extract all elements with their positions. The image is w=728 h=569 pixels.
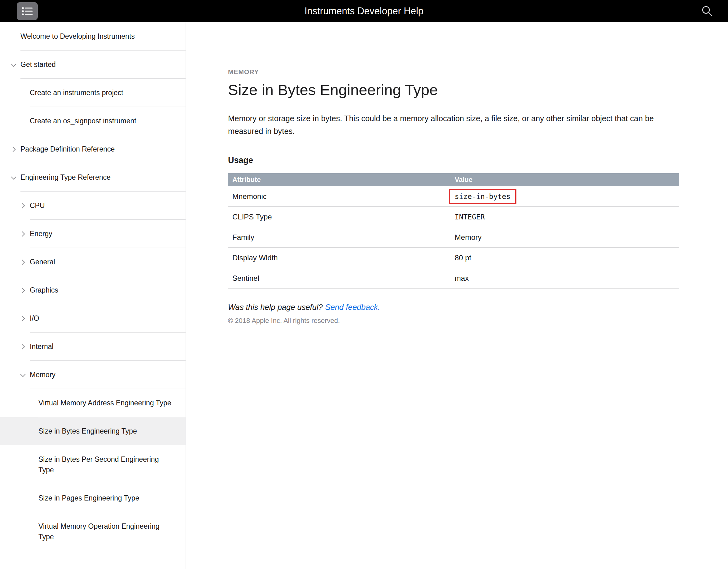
chevron-right-icon[interactable] (11, 147, 15, 151)
usage-table-header: Attribute Value (228, 173, 679, 186)
chevron-right-icon[interactable] (20, 231, 25, 236)
value-text: 80 pt (455, 253, 471, 262)
chevron-right-icon[interactable] (20, 288, 25, 292)
value-cell: size-in-bytes (450, 187, 679, 206)
chevron-right-icon[interactable] (20, 344, 25, 349)
app-title: Instruments Developer Help (0, 0, 728, 22)
usage-table-body: Mnemonicsize-in-bytesCLIPS TypeINTEGERFa… (228, 186, 679, 289)
value-text: max (455, 274, 469, 282)
value-cell: INTEGER (450, 212, 679, 221)
sidebar-item-label: CPU (30, 201, 45, 209)
sidebar-item[interactable]: General (0, 248, 186, 276)
sidebar-item-label: Get started (20, 60, 56, 68)
table-row: Display Width80 pt (228, 247, 679, 268)
sidebar-item-label: Package Definition Reference (20, 145, 115, 153)
sidebar-item[interactable]: Energy (0, 220, 186, 248)
sidebar-item[interactable]: Virtual Memory Address Engineering Type (0, 389, 186, 417)
sidebar-item[interactable]: Welcome to Developing Instruments (0, 22, 186, 50)
sidebar-item[interactable]: Package Definition Reference (0, 135, 186, 163)
sidebar-item-label: Graphics (30, 286, 58, 294)
sidebar-item[interactable]: Size in Bytes Per Second Engineering Typ… (0, 445, 186, 484)
chevron-right-icon[interactable] (20, 316, 25, 321)
sidebar-item[interactable]: Graphics (0, 276, 186, 304)
attribute-cell: Family (228, 233, 450, 242)
attribute-column-header: Attribute (228, 176, 450, 184)
value-cell: Memory (450, 233, 679, 242)
main-content: MEMORY Size in Bytes Engineering Type Me… (186, 22, 728, 569)
value-column-header: Value (450, 176, 679, 184)
feedback-row: Was this help page useful?Send feedback. (228, 303, 679, 312)
table-row: Sentinelmax (228, 268, 679, 289)
sidebar-item[interactable]: Virtual Memory Operation Engineering Typ… (0, 512, 186, 551)
sidebar-item[interactable]: CPU (0, 191, 186, 220)
chevron-down-icon[interactable] (11, 62, 15, 67)
attribute-cell: Mnemonic (228, 192, 450, 201)
sidebar-item-label: Size in Bytes Per Second Engineering Typ… (38, 455, 159, 474)
sidebar-item[interactable]: Create an instruments project (0, 79, 186, 107)
table-row: FamilyMemory (228, 227, 679, 247)
value-text: Memory (455, 233, 482, 241)
sidebar-item-label: Virtual Memory Operation Engineering Typ… (38, 522, 160, 541)
usage-heading: Usage (228, 155, 679, 165)
sidebar-item-label: Internal (30, 343, 54, 351)
page-description: Memory or storage size in bytes. This co… (228, 112, 674, 138)
value-cell: 80 pt (450, 253, 679, 262)
attribute-cell: Display Width (228, 253, 450, 262)
feedback-question: Was this help page useful? (228, 303, 323, 312)
usage-table: Attribute Value Mnemonicsize-in-bytesCLI… (228, 173, 679, 289)
table-row: CLIPS TypeINTEGER (228, 207, 679, 227)
attribute-cell: CLIPS Type (228, 212, 450, 221)
search-icon (701, 5, 714, 18)
send-feedback-link[interactable]: Send feedback. (325, 303, 380, 312)
sidebar-item[interactable]: Size in Bytes Engineering Type (0, 417, 186, 445)
chevron-down-icon[interactable] (20, 373, 25, 377)
chevron-right-icon[interactable] (20, 203, 25, 208)
search-button[interactable] (700, 4, 714, 19)
sidebar-item-label: Welcome to Developing Instruments (20, 32, 135, 40)
sidebar-item-label: Memory (30, 371, 55, 379)
sidebar-item-label: Energy (30, 230, 52, 238)
copyright-text: © 2018 Apple Inc. All rights reserved. (228, 317, 679, 325)
sidebar-item[interactable]: Internal (0, 333, 186, 361)
chevron-right-icon[interactable] (20, 260, 25, 264)
sidebar-item-label: Create an instruments project (30, 89, 123, 97)
page-title: Size in Bytes Engineering Type (228, 81, 679, 98)
sidebar-item-label: I/O (30, 314, 39, 322)
sidebar-item[interactable]: I/O (0, 304, 186, 333)
top-bar: Instruments Developer Help (0, 0, 728, 22)
sidebar-item[interactable]: Size in Pages Engineering Type (0, 484, 186, 512)
chevron-down-icon[interactable] (11, 175, 15, 179)
sidebar: Welcome to Developing InstrumentsGet sta… (0, 22, 186, 569)
sidebar-item[interactable]: Engineering Type Reference (0, 163, 186, 191)
sidebar-item-label: Create an os_signpost instrument (30, 117, 136, 125)
sidebar-list: Welcome to Developing InstrumentsGet sta… (0, 22, 186, 551)
sidebar-item[interactable]: Create an os_signpost instrument (0, 107, 186, 135)
value-cell: max (450, 274, 679, 282)
sidebar-item-label: Size in Bytes Engineering Type (38, 427, 137, 435)
sidebar-item-label: Size in Pages Engineering Type (38, 494, 139, 502)
mnemonic-value: size-in-bytes (455, 192, 511, 200)
sidebar-item-label: General (30, 258, 55, 266)
sidebar-item-label: Engineering Type Reference (20, 173, 111, 181)
highlight-box: size-in-bytes (449, 189, 516, 204)
category-eyebrow: MEMORY (228, 68, 679, 76)
value-text: INTEGER (455, 213, 485, 221)
sidebar-item-label: Virtual Memory Address Engineering Type (38, 399, 171, 407)
sidebar-item[interactable]: Get started (0, 50, 186, 79)
sidebar-item[interactable]: Memory (0, 361, 186, 389)
table-row: Mnemonicsize-in-bytes (228, 186, 679, 207)
attribute-cell: Sentinel (228, 274, 450, 282)
